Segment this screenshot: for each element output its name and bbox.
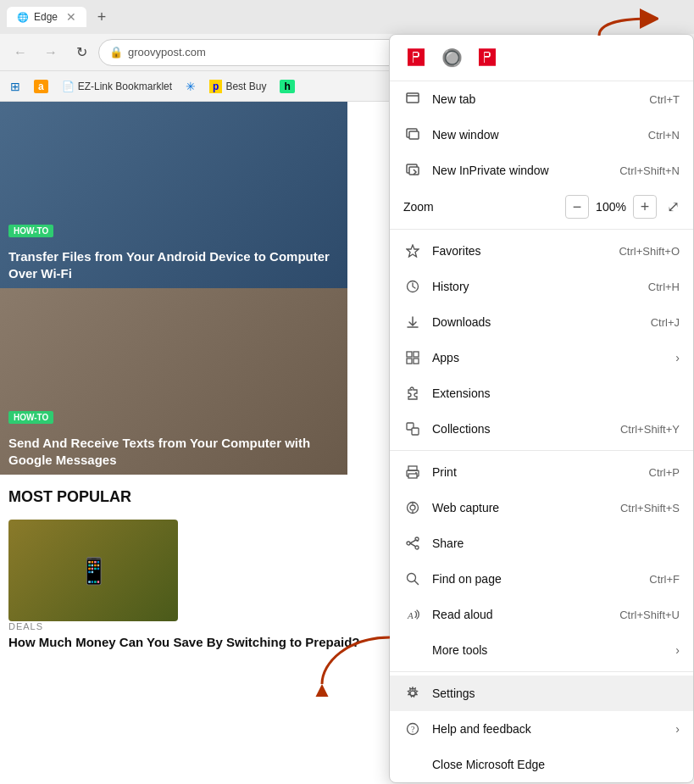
walmart-icon: ✳ — [186, 80, 196, 93]
menu-new-tab[interactable]: New tab Ctrl+T — [390, 81, 693, 117]
hulu-icon: h — [280, 80, 294, 93]
url-text: groovypost.com — [128, 46, 206, 58]
zoom-label: Zoom — [403, 200, 565, 214]
pocket-menu-icon[interactable]: 🅿 — [402, 43, 430, 72]
menu-extensions[interactable]: Extensions — [390, 375, 693, 411]
print-label: Print — [432, 465, 642, 479]
menu-web-capture[interactable]: Web capture Ctrl+Shift+S — [390, 490, 693, 525]
extensions-icon — [403, 384, 422, 403]
article-title-2: Send And Receive Texts from Your Compute… — [8, 435, 339, 468]
svg-marker-6 — [407, 245, 419, 257]
close-edge-label: Close Microsoft Edge — [432, 758, 680, 771]
bookmark-windows[interactable]: ⊞ — [7, 78, 24, 95]
bookmark-amazon[interactable]: a — [31, 78, 52, 95]
favorites-label: Favorites — [432, 244, 612, 258]
new-tab-shortcut: Ctrl+T — [649, 93, 680, 106]
menu-share[interactable]: Share — [390, 525, 693, 561]
menu-new-window[interactable]: New window Ctrl+N — [390, 117, 693, 153]
collections-icon — [403, 420, 422, 438]
downloads-label: Downloads — [432, 315, 644, 329]
web-capture-icon — [403, 498, 422, 517]
svg-text:A: A — [407, 610, 414, 620]
menu-help-feedback[interactable]: ? Help and feedback › — [390, 711, 693, 747]
svg-rect-14 — [412, 428, 419, 435]
amazon-icon: a — [34, 80, 48, 93]
collections-label: Collections — [432, 422, 613, 436]
zoom-plus-button[interactable]: + — [633, 195, 657, 219]
new-tab-button[interactable]: + — [90, 5, 114, 29]
howto-tag-1: HOW-TO — [8, 225, 53, 237]
divider-3 — [390, 671, 693, 672]
bookmark-hulu[interactable]: h — [276, 78, 297, 95]
apps-label: Apps — [432, 351, 675, 364]
article-card-1: HOW-TO Transfer Files from Your Android … — [0, 102, 347, 288]
menu-print[interactable]: Print Ctrl+P — [390, 454, 693, 490]
bookmark-ezlink-label: EZ-Link Bookmarklet — [78, 81, 172, 92]
menu-collections[interactable]: Collections Ctrl+Shift+Y — [390, 411, 693, 447]
new-window-label: New window — [432, 128, 641, 142]
pocket2-menu-icon[interactable]: 🅿 — [473, 43, 502, 72]
bookmark-ezlink[interactable]: 📄 EZ-Link Bookmarklet — [58, 79, 175, 94]
menu-settings[interactable]: Settings — [390, 676, 693, 711]
find-label: Find on page — [432, 572, 642, 586]
menu-favorites[interactable]: Favorites Ctrl+Shift+O — [390, 233, 693, 269]
menu-close-edge[interactable]: Close Microsoft Edge — [390, 747, 693, 782]
read-aloud-shortcut: Ctrl+Shift+U — [619, 609, 680, 621]
shield-menu-icon[interactable]: 🔘 — [437, 43, 466, 72]
downloads-icon — [403, 313, 422, 331]
divider-1 — [390, 229, 693, 230]
more-tools-icon — [403, 641, 422, 659]
inprivate-label: New InPrivate window — [432, 164, 613, 177]
svg-line-27 — [415, 581, 419, 585]
active-tab[interactable]: 🌐 Edge ✕ — [7, 7, 86, 27]
new-tab-icon — [403, 90, 422, 108]
svg-rect-0 — [407, 93, 419, 103]
menu-apps[interactable]: Apps › — [390, 340, 693, 375]
menu-history[interactable]: History Ctrl+H — [390, 269, 693, 304]
close-edge-icon — [403, 755, 422, 774]
forward-button[interactable]: → — [37, 39, 64, 66]
menu-zoom-row: Zoom − 100% + ⤢ — [390, 188, 693, 225]
read-aloud-label: Read aloud — [432, 608, 613, 621]
lock-icon: 🔒 — [109, 46, 123, 58]
menu-read-aloud[interactable]: A Read aloud Ctrl+Shift+U — [390, 597, 693, 632]
apps-icon — [403, 348, 422, 367]
bookmark-walmart[interactable]: ✳ — [182, 78, 199, 95]
zoom-expand-button[interactable]: ⤢ — [667, 197, 680, 216]
svg-point-18 — [415, 472, 417, 474]
svg-rect-9 — [407, 352, 412, 357]
menu-downloads[interactable]: Downloads Ctrl+J — [390, 304, 693, 340]
zoom-controls: − 100% + ⤢ — [565, 195, 680, 219]
article-title-1: Transfer Files from Your Android Device … — [8, 248, 339, 281]
more-tools-arrow-icon: › — [675, 643, 680, 657]
refresh-button[interactable]: ↻ — [68, 39, 95, 66]
inprivate-icon — [403, 161, 422, 180]
new-tab-label: New tab — [432, 92, 642, 106]
find-shortcut: Ctrl+F — [649, 573, 680, 586]
menu-find-on-page[interactable]: Find on page Ctrl+F — [390, 561, 693, 597]
tab-label: Edge — [34, 11, 58, 23]
article-card-2: HOW-TO Send And Receive Texts from Your … — [0, 288, 347, 475]
history-icon — [403, 277, 422, 296]
print-icon — [403, 463, 422, 481]
deals-image: 📱 — [8, 520, 178, 621]
settings-gear-icon — [403, 684, 422, 703]
history-label: History — [432, 280, 641, 293]
svg-point-23 — [407, 542, 410, 545]
find-icon — [403, 570, 422, 588]
menu-inprivate[interactable]: New InPrivate window Ctrl+Shift+N — [390, 153, 693, 188]
howto-tag-2: HOW-TO — [8, 411, 53, 424]
svg-rect-3 — [409, 131, 419, 139]
svg-rect-12 — [414, 359, 419, 364]
divider-2 — [390, 450, 693, 451]
back-button[interactable]: ← — [7, 39, 34, 66]
bookmark-bestbuy[interactable]: p Best Buy — [206, 78, 269, 95]
menu-more-tools[interactable]: More tools › — [390, 632, 693, 668]
new-window-icon — [403, 125, 422, 144]
bookmark-bestbuy-label: Best Buy — [225, 81, 266, 92]
svg-point-24 — [415, 537, 419, 541]
svg-point-20 — [410, 505, 415, 510]
share-label: Share — [432, 537, 680, 550]
zoom-minus-button[interactable]: − — [565, 195, 589, 219]
help-icon: ? — [403, 720, 422, 738]
